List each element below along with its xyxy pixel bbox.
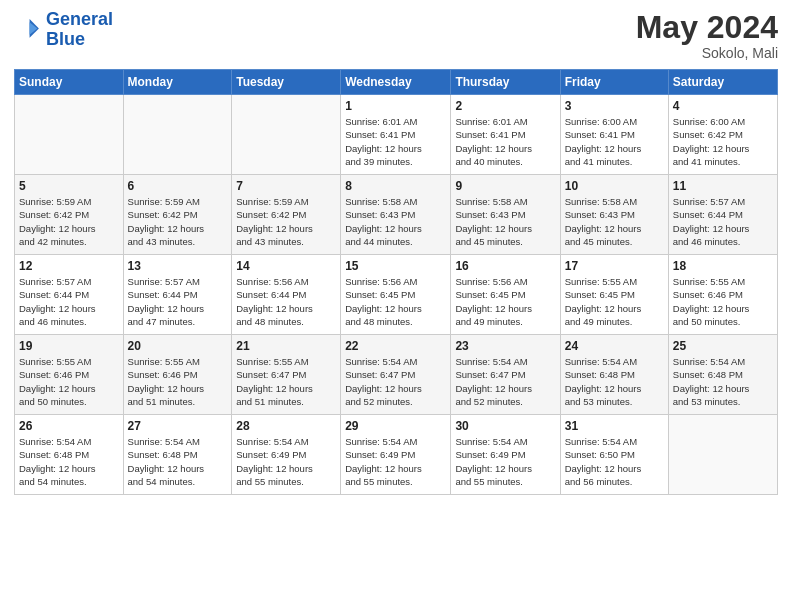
calendar-cell: 4Sunrise: 6:00 AM Sunset: 6:42 PM Daylig… xyxy=(668,95,777,175)
cell-info: Sunrise: 5:54 AM Sunset: 6:48 PM Dayligh… xyxy=(673,355,773,408)
calendar-cell: 2Sunrise: 6:01 AM Sunset: 6:41 PM Daylig… xyxy=(451,95,560,175)
cell-date: 7 xyxy=(236,179,336,193)
calendar-cell xyxy=(668,415,777,495)
calendar-cell: 21Sunrise: 5:55 AM Sunset: 6:47 PM Dayli… xyxy=(232,335,341,415)
cell-info: Sunrise: 5:54 AM Sunset: 6:48 PM Dayligh… xyxy=(565,355,664,408)
calendar-body: 1Sunrise: 6:01 AM Sunset: 6:41 PM Daylig… xyxy=(15,95,778,495)
cell-date: 20 xyxy=(128,339,228,353)
cell-info: Sunrise: 5:54 AM Sunset: 6:50 PM Dayligh… xyxy=(565,435,664,488)
col-saturday: Saturday xyxy=(668,70,777,95)
calendar-cell xyxy=(123,95,232,175)
cell-info: Sunrise: 5:56 AM Sunset: 6:45 PM Dayligh… xyxy=(455,275,555,328)
calendar-cell: 5Sunrise: 5:59 AM Sunset: 6:42 PM Daylig… xyxy=(15,175,124,255)
calendar-cell: 17Sunrise: 5:55 AM Sunset: 6:45 PM Dayli… xyxy=(560,255,668,335)
cell-date: 11 xyxy=(673,179,773,193)
logo-line2: Blue xyxy=(46,29,85,49)
col-monday: Monday xyxy=(123,70,232,95)
cell-info: Sunrise: 6:01 AM Sunset: 6:41 PM Dayligh… xyxy=(455,115,555,168)
cell-info: Sunrise: 5:54 AM Sunset: 6:47 PM Dayligh… xyxy=(455,355,555,408)
calendar-cell: 25Sunrise: 5:54 AM Sunset: 6:48 PM Dayli… xyxy=(668,335,777,415)
calendar-cell: 29Sunrise: 5:54 AM Sunset: 6:49 PM Dayli… xyxy=(341,415,451,495)
cell-date: 27 xyxy=(128,419,228,433)
cell-date: 25 xyxy=(673,339,773,353)
calendar-cell xyxy=(15,95,124,175)
col-sunday: Sunday xyxy=(15,70,124,95)
logo-text: General Blue xyxy=(46,10,113,50)
calendar-week-5: 26Sunrise: 5:54 AM Sunset: 6:48 PM Dayli… xyxy=(15,415,778,495)
logo-line1: General xyxy=(46,9,113,29)
cell-date: 5 xyxy=(19,179,119,193)
cell-info: Sunrise: 6:01 AM Sunset: 6:41 PM Dayligh… xyxy=(345,115,446,168)
cell-info: Sunrise: 5:55 AM Sunset: 6:46 PM Dayligh… xyxy=(673,275,773,328)
cell-date: 16 xyxy=(455,259,555,273)
calendar-cell: 23Sunrise: 5:54 AM Sunset: 6:47 PM Dayli… xyxy=(451,335,560,415)
calendar-cell: 26Sunrise: 5:54 AM Sunset: 6:48 PM Dayli… xyxy=(15,415,124,495)
cell-date: 19 xyxy=(19,339,119,353)
cell-date: 10 xyxy=(565,179,664,193)
cell-date: 31 xyxy=(565,419,664,433)
calendar-cell: 20Sunrise: 5:55 AM Sunset: 6:46 PM Dayli… xyxy=(123,335,232,415)
calendar-cell: 30Sunrise: 5:54 AM Sunset: 6:49 PM Dayli… xyxy=(451,415,560,495)
calendar-cell: 27Sunrise: 5:54 AM Sunset: 6:48 PM Dayli… xyxy=(123,415,232,495)
calendar-cell: 13Sunrise: 5:57 AM Sunset: 6:44 PM Dayli… xyxy=(123,255,232,335)
cell-info: Sunrise: 5:59 AM Sunset: 6:42 PM Dayligh… xyxy=(19,195,119,248)
cell-date: 8 xyxy=(345,179,446,193)
calendar-cell: 15Sunrise: 5:56 AM Sunset: 6:45 PM Dayli… xyxy=(341,255,451,335)
col-tuesday: Tuesday xyxy=(232,70,341,95)
cell-info: Sunrise: 5:56 AM Sunset: 6:44 PM Dayligh… xyxy=(236,275,336,328)
cell-date: 1 xyxy=(345,99,446,113)
cell-date: 18 xyxy=(673,259,773,273)
cell-info: Sunrise: 5:57 AM Sunset: 6:44 PM Dayligh… xyxy=(19,275,119,328)
calendar-week-3: 12Sunrise: 5:57 AM Sunset: 6:44 PM Dayli… xyxy=(15,255,778,335)
cell-date: 12 xyxy=(19,259,119,273)
calendar-cell: 6Sunrise: 5:59 AM Sunset: 6:42 PM Daylig… xyxy=(123,175,232,255)
col-thursday: Thursday xyxy=(451,70,560,95)
calendar-cell: 11Sunrise: 5:57 AM Sunset: 6:44 PM Dayli… xyxy=(668,175,777,255)
logo: General Blue xyxy=(14,10,113,50)
cell-info: Sunrise: 5:54 AM Sunset: 6:49 PM Dayligh… xyxy=(345,435,446,488)
cell-info: Sunrise: 5:57 AM Sunset: 6:44 PM Dayligh… xyxy=(673,195,773,248)
calendar-cell: 1Sunrise: 6:01 AM Sunset: 6:41 PM Daylig… xyxy=(341,95,451,175)
cell-date: 29 xyxy=(345,419,446,433)
cell-date: 2 xyxy=(455,99,555,113)
calendar-cell: 22Sunrise: 5:54 AM Sunset: 6:47 PM Dayli… xyxy=(341,335,451,415)
cell-date: 6 xyxy=(128,179,228,193)
cell-date: 21 xyxy=(236,339,336,353)
cell-info: Sunrise: 5:58 AM Sunset: 6:43 PM Dayligh… xyxy=(565,195,664,248)
cell-date: 23 xyxy=(455,339,555,353)
cell-info: Sunrise: 5:54 AM Sunset: 6:47 PM Dayligh… xyxy=(345,355,446,408)
cell-info: Sunrise: 6:00 AM Sunset: 6:42 PM Dayligh… xyxy=(673,115,773,168)
cell-info: Sunrise: 5:54 AM Sunset: 6:48 PM Dayligh… xyxy=(19,435,119,488)
cell-info: Sunrise: 5:55 AM Sunset: 6:46 PM Dayligh… xyxy=(128,355,228,408)
cell-info: Sunrise: 5:59 AM Sunset: 6:42 PM Dayligh… xyxy=(128,195,228,248)
cell-date: 22 xyxy=(345,339,446,353)
cell-info: Sunrise: 5:58 AM Sunset: 6:43 PM Dayligh… xyxy=(455,195,555,248)
calendar-cell: 12Sunrise: 5:57 AM Sunset: 6:44 PM Dayli… xyxy=(15,255,124,335)
cell-date: 28 xyxy=(236,419,336,433)
calendar-header: Sunday Monday Tuesday Wednesday Thursday… xyxy=(15,70,778,95)
cell-date: 3 xyxy=(565,99,664,113)
cell-info: Sunrise: 5:58 AM Sunset: 6:43 PM Dayligh… xyxy=(345,195,446,248)
title-block: May 2024 Sokolo, Mali xyxy=(636,10,778,61)
cell-info: Sunrise: 5:54 AM Sunset: 6:48 PM Dayligh… xyxy=(128,435,228,488)
calendar-cell: 19Sunrise: 5:55 AM Sunset: 6:46 PM Dayli… xyxy=(15,335,124,415)
calendar-week-1: 1Sunrise: 6:01 AM Sunset: 6:41 PM Daylig… xyxy=(15,95,778,175)
cell-info: Sunrise: 5:55 AM Sunset: 6:45 PM Dayligh… xyxy=(565,275,664,328)
calendar-cell: 8Sunrise: 5:58 AM Sunset: 6:43 PM Daylig… xyxy=(341,175,451,255)
header: General Blue May 2024 Sokolo, Mali xyxy=(14,10,778,61)
calendar-cell: 14Sunrise: 5:56 AM Sunset: 6:44 PM Dayli… xyxy=(232,255,341,335)
calendar-cell: 28Sunrise: 5:54 AM Sunset: 6:49 PM Dayli… xyxy=(232,415,341,495)
cell-info: Sunrise: 5:54 AM Sunset: 6:49 PM Dayligh… xyxy=(236,435,336,488)
cell-date: 14 xyxy=(236,259,336,273)
col-friday: Friday xyxy=(560,70,668,95)
cell-date: 15 xyxy=(345,259,446,273)
days-row: Sunday Monday Tuesday Wednesday Thursday… xyxy=(15,70,778,95)
cell-info: Sunrise: 5:54 AM Sunset: 6:49 PM Dayligh… xyxy=(455,435,555,488)
col-wednesday: Wednesday xyxy=(341,70,451,95)
location: Sokolo, Mali xyxy=(636,45,778,61)
calendar-cell: 31Sunrise: 5:54 AM Sunset: 6:50 PM Dayli… xyxy=(560,415,668,495)
cell-info: Sunrise: 6:00 AM Sunset: 6:41 PM Dayligh… xyxy=(565,115,664,168)
logo-icon xyxy=(14,16,42,44)
calendar: Sunday Monday Tuesday Wednesday Thursday… xyxy=(14,69,778,495)
cell-date: 24 xyxy=(565,339,664,353)
